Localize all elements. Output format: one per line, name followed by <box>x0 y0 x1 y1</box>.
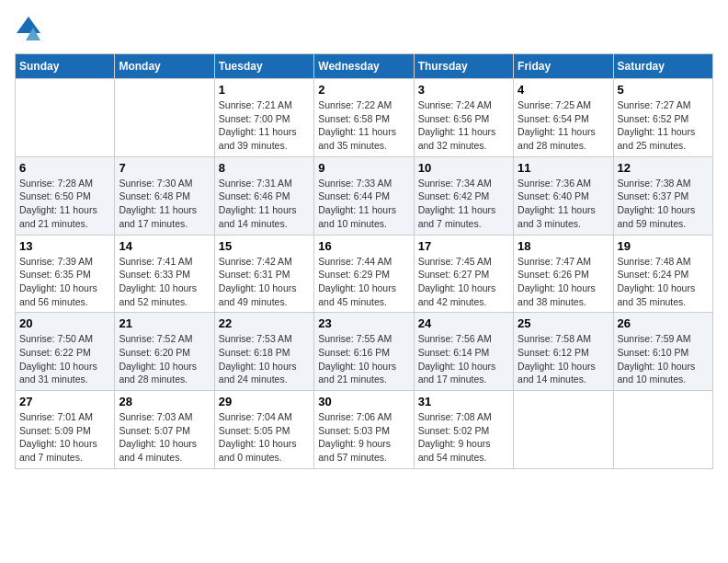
day-info: Sunrise: 7:27 AM Sunset: 6:52 PM Dayligh… <box>618 98 709 153</box>
day-number: 18 <box>518 239 609 253</box>
day-number: 16 <box>318 239 409 253</box>
calendar-cell: 10Sunrise: 7:34 AM Sunset: 6:42 PM Dayli… <box>414 156 513 235</box>
day-number: 3 <box>418 83 509 97</box>
day-number: 26 <box>618 316 709 330</box>
calendar-cell: 26Sunrise: 7:59 AM Sunset: 6:10 PM Dayli… <box>613 313 712 391</box>
calendar-cell: 29Sunrise: 7:04 AM Sunset: 5:05 PM Dayli… <box>214 391 313 469</box>
calendar-cell: 25Sunrise: 7:58 AM Sunset: 6:12 PM Dayli… <box>514 313 613 391</box>
day-info: Sunrise: 7:47 AM Sunset: 6:26 PM Dayligh… <box>518 255 609 309</box>
week-row-4: 27Sunrise: 7:01 AM Sunset: 5:09 PM Dayli… <box>16 391 713 469</box>
calendar-cell: 16Sunrise: 7:44 AM Sunset: 6:29 PM Dayli… <box>314 235 414 313</box>
calendar-table: SundayMondayTuesdayWednesdayThursdayFrid… <box>15 53 713 469</box>
calendar-cell: 17Sunrise: 7:45 AM Sunset: 6:27 PM Dayli… <box>414 235 513 313</box>
calendar-cell: 13Sunrise: 7:39 AM Sunset: 6:35 PM Dayli… <box>16 235 115 313</box>
weekday-header-friday: Friday <box>514 54 613 79</box>
day-number: 19 <box>618 239 709 253</box>
calendar-cell <box>16 79 115 157</box>
day-info: Sunrise: 7:36 AM Sunset: 6:40 PM Dayligh… <box>518 177 609 231</box>
calendar-cell: 18Sunrise: 7:47 AM Sunset: 6:26 PM Dayli… <box>514 235 613 313</box>
day-info: Sunrise: 7:52 AM Sunset: 6:20 PM Dayligh… <box>119 332 210 386</box>
calendar-cell: 31Sunrise: 7:08 AM Sunset: 5:02 PM Dayli… <box>414 391 513 469</box>
weekday-header-monday: Monday <box>115 54 214 79</box>
day-info: Sunrise: 7:30 AM Sunset: 6:48 PM Dayligh… <box>119 177 210 231</box>
calendar-cell: 22Sunrise: 7:53 AM Sunset: 6:18 PM Dayli… <box>214 313 313 391</box>
day-info: Sunrise: 7:33 AM Sunset: 6:44 PM Dayligh… <box>318 177 409 231</box>
day-number: 7 <box>119 161 210 175</box>
logo-icon <box>15 15 42 42</box>
day-info: Sunrise: 7:50 AM Sunset: 6:22 PM Dayligh… <box>19 332 110 386</box>
calendar-cell: 2Sunrise: 7:22 AM Sunset: 6:58 PM Daylig… <box>314 79 414 157</box>
weekday-header-saturday: Saturday <box>613 54 712 79</box>
calendar-cell: 11Sunrise: 7:36 AM Sunset: 6:40 PM Dayli… <box>514 156 613 235</box>
day-number: 8 <box>219 161 310 175</box>
day-number: 14 <box>119 239 210 253</box>
day-number: 29 <box>219 395 310 408</box>
weekday-header-sunday: Sunday <box>16 54 115 79</box>
calendar-cell: 21Sunrise: 7:52 AM Sunset: 6:20 PM Dayli… <box>115 313 214 391</box>
calendar-cell: 23Sunrise: 7:55 AM Sunset: 6:16 PM Dayli… <box>314 313 414 391</box>
day-info: Sunrise: 7:28 AM Sunset: 6:50 PM Dayligh… <box>19 177 110 231</box>
calendar-cell: 28Sunrise: 7:03 AM Sunset: 5:07 PM Dayli… <box>115 391 214 469</box>
day-info: Sunrise: 7:21 AM Sunset: 7:00 PM Dayligh… <box>219 98 310 153</box>
calendar-cell: 14Sunrise: 7:41 AM Sunset: 6:33 PM Dayli… <box>115 235 214 313</box>
day-info: Sunrise: 7:04 AM Sunset: 5:05 PM Dayligh… <box>219 410 310 465</box>
calendar-cell: 9Sunrise: 7:33 AM Sunset: 6:44 PM Daylig… <box>314 156 414 235</box>
calendar-cell: 5Sunrise: 7:27 AM Sunset: 6:52 PM Daylig… <box>613 79 712 157</box>
day-number: 15 <box>219 239 310 253</box>
day-info: Sunrise: 7:55 AM Sunset: 6:16 PM Dayligh… <box>318 332 409 386</box>
day-number: 10 <box>418 161 509 175</box>
week-row-2: 13Sunrise: 7:39 AM Sunset: 6:35 PM Dayli… <box>16 235 713 313</box>
day-info: Sunrise: 7:06 AM Sunset: 5:03 PM Dayligh… <box>318 410 409 465</box>
calendar-cell <box>514 391 613 469</box>
day-number: 13 <box>19 239 110 253</box>
calendar-cell: 30Sunrise: 7:06 AM Sunset: 5:03 PM Dayli… <box>314 391 414 469</box>
week-row-1: 6Sunrise: 7:28 AM Sunset: 6:50 PM Daylig… <box>16 156 713 235</box>
calendar-cell: 8Sunrise: 7:31 AM Sunset: 6:46 PM Daylig… <box>214 156 313 235</box>
calendar-cell: 12Sunrise: 7:38 AM Sunset: 6:37 PM Dayli… <box>613 156 712 235</box>
day-info: Sunrise: 7:56 AM Sunset: 6:14 PM Dayligh… <box>418 332 509 386</box>
weekday-header-thursday: Thursday <box>414 54 513 79</box>
calendar-cell <box>115 79 214 157</box>
day-info: Sunrise: 7:25 AM Sunset: 6:54 PM Dayligh… <box>518 98 609 153</box>
day-number: 22 <box>219 316 310 330</box>
calendar-cell: 27Sunrise: 7:01 AM Sunset: 5:09 PM Dayli… <box>16 391 115 469</box>
day-number: 9 <box>318 161 409 175</box>
day-number: 31 <box>418 395 509 408</box>
day-info: Sunrise: 7:58 AM Sunset: 6:12 PM Dayligh… <box>518 332 609 386</box>
day-info: Sunrise: 7:08 AM Sunset: 5:02 PM Dayligh… <box>418 410 509 465</box>
day-info: Sunrise: 7:24 AM Sunset: 6:56 PM Dayligh… <box>418 98 509 153</box>
week-row-0: 1Sunrise: 7:21 AM Sunset: 7:00 PM Daylig… <box>16 79 713 157</box>
calendar-cell: 24Sunrise: 7:56 AM Sunset: 6:14 PM Dayli… <box>414 313 513 391</box>
calendar-cell: 7Sunrise: 7:30 AM Sunset: 6:48 PM Daylig… <box>115 156 214 235</box>
week-row-3: 20Sunrise: 7:50 AM Sunset: 6:22 PM Dayli… <box>16 313 713 391</box>
weekday-header-wednesday: Wednesday <box>314 54 414 79</box>
day-info: Sunrise: 7:01 AM Sunset: 5:09 PM Dayligh… <box>19 410 110 465</box>
day-info: Sunrise: 7:38 AM Sunset: 6:37 PM Dayligh… <box>618 177 709 231</box>
calendar-cell <box>613 391 712 469</box>
calendar-cell: 20Sunrise: 7:50 AM Sunset: 6:22 PM Dayli… <box>16 313 115 391</box>
day-info: Sunrise: 7:31 AM Sunset: 6:46 PM Dayligh… <box>219 177 310 231</box>
day-number: 28 <box>119 395 210 408</box>
logo <box>15 15 46 42</box>
day-number: 11 <box>518 161 609 175</box>
weekday-header-row: SundayMondayTuesdayWednesdayThursdayFrid… <box>16 54 713 79</box>
day-info: Sunrise: 7:53 AM Sunset: 6:18 PM Dayligh… <box>219 332 310 386</box>
day-info: Sunrise: 7:48 AM Sunset: 6:24 PM Dayligh… <box>618 255 709 309</box>
day-info: Sunrise: 7:42 AM Sunset: 6:31 PM Dayligh… <box>219 255 310 309</box>
calendar-cell: 4Sunrise: 7:25 AM Sunset: 6:54 PM Daylig… <box>514 79 613 157</box>
day-number: 30 <box>318 395 409 408</box>
header <box>15 15 713 42</box>
day-info: Sunrise: 7:34 AM Sunset: 6:42 PM Dayligh… <box>418 177 509 231</box>
calendar-cell: 1Sunrise: 7:21 AM Sunset: 7:00 PM Daylig… <box>214 79 313 157</box>
weekday-header-tuesday: Tuesday <box>214 54 313 79</box>
day-number: 24 <box>418 316 509 330</box>
day-info: Sunrise: 7:45 AM Sunset: 6:27 PM Dayligh… <box>418 255 509 309</box>
day-info: Sunrise: 7:44 AM Sunset: 6:29 PM Dayligh… <box>318 255 409 309</box>
day-number: 20 <box>19 316 110 330</box>
day-number: 17 <box>418 239 509 253</box>
svg-marker-0 <box>17 17 40 33</box>
day-number: 4 <box>518 83 609 97</box>
day-number: 21 <box>119 316 210 330</box>
day-number: 25 <box>518 316 609 330</box>
day-info: Sunrise: 7:22 AM Sunset: 6:58 PM Dayligh… <box>318 98 409 153</box>
